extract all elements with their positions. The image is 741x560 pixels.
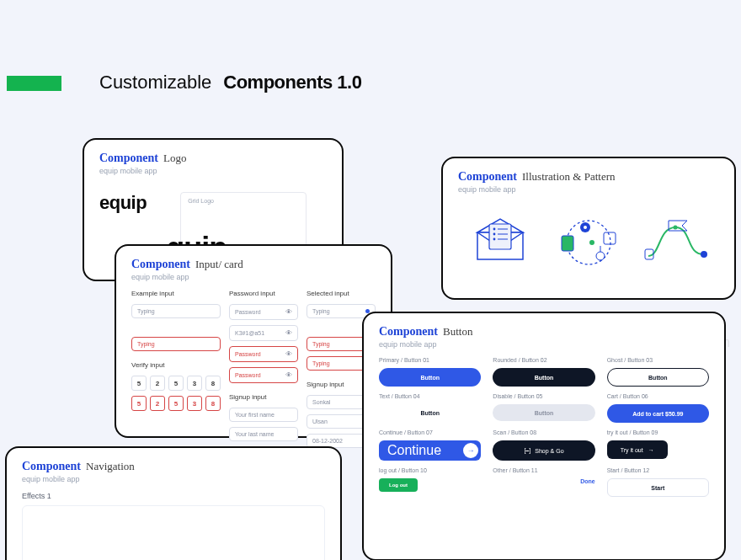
app-label: equip mobile app (22, 475, 325, 483)
svg-point-12 (584, 226, 587, 229)
component-label: Component (99, 152, 158, 165)
ghost-button[interactable]: Button (607, 368, 709, 387)
input-password-1[interactable]: Password👁 (229, 304, 298, 320)
scan-button[interactable]: [‒] Shop & Go (493, 440, 594, 461)
page-title: Customizable Components 1.0 (99, 72, 361, 93)
col-title-example: Example input (131, 290, 221, 297)
verify-row-2[interactable]: 5 2 5 3 8 (131, 396, 221, 411)
input-password-2[interactable]: K3#1@a51👁 (229, 325, 298, 341)
arrow-right-icon: → (648, 447, 654, 453)
verify-row-1[interactable]: 5 2 5 3 8 (131, 376, 221, 391)
signup-title: Signup input (229, 393, 298, 401)
component-label: Component (131, 258, 190, 271)
svg-point-18 (674, 226, 678, 230)
btn-title-01: Primary / Button 01 (379, 357, 481, 363)
try-button[interactable]: Try it out → (607, 440, 668, 459)
verify-title: Verify input (131, 361, 221, 369)
logout-button[interactable]: Log out (379, 478, 418, 492)
app-label: equip mobile app (99, 167, 327, 175)
signup-f1[interactable]: Your first name (229, 408, 298, 422)
col-title-password: Password input (229, 290, 298, 297)
btn-title-12: Start / Button 12 (607, 467, 709, 473)
svg-point-17 (701, 251, 707, 258)
eye-icon[interactable]: 👁 (285, 371, 292, 379)
effects-box (22, 505, 325, 560)
btn-title-05: Disable / Button 05 (493, 393, 594, 399)
svg-point-5 (493, 233, 496, 236)
illustration-path (638, 207, 716, 275)
svg-rect-10 (562, 236, 573, 251)
logo-grid-label: Grid Logo (188, 198, 214, 204)
accent-bar (7, 76, 61, 91)
component-label: Component (458, 170, 517, 184)
btn-title-11: Other / Button 11 (493, 467, 594, 473)
btn-title-08: Scan / Button 08 (493, 429, 594, 435)
cart-button[interactable]: Add to cart $50.99 (607, 404, 709, 423)
panel-subtitle: Logo (163, 152, 186, 165)
illustration-envelope (461, 207, 539, 275)
eye-icon[interactable]: 👁 (285, 329, 292, 337)
continue-button[interactable]: Continue → (379, 440, 481, 461)
panel-navigation: Component Navigation equip mobile app Ef… (5, 446, 342, 560)
svg-point-3 (493, 228, 496, 231)
text-button[interactable]: Button (379, 404, 481, 421)
app-label: equip mobile app (131, 273, 376, 281)
btn-title-04: Text / Button 04 (379, 393, 481, 399)
panel-subtitle: Navigation (86, 460, 135, 473)
input-example-1[interactable]: Typing (131, 304, 221, 318)
rounded-button[interactable]: Button (493, 368, 594, 387)
input-example-err[interactable]: Typing (131, 337, 221, 351)
eye-icon[interactable]: 👁 (285, 350, 292, 358)
eye-icon[interactable]: 👁 (285, 308, 292, 316)
app-label: equip mobile app (458, 185, 719, 194)
panel-input: Component Input/ card equip mobile app E… (115, 244, 392, 438)
col-title-selected: Selected input (307, 290, 376, 297)
btn-title-07: Continue / Button 07 (379, 429, 481, 435)
title-bold: Components 1.0 (223, 72, 361, 93)
input-password-3[interactable]: Password👁 (229, 346, 298, 362)
app-label: equip mobile app (379, 340, 709, 349)
title-light: Customizable (99, 72, 211, 93)
primary-button[interactable]: Button (379, 368, 481, 387)
scan-icon: [‒] (524, 447, 530, 454)
btn-title-06: Cart / Button 06 (607, 393, 709, 399)
component-label: Component (379, 325, 438, 339)
disabled-button: Button (493, 404, 594, 421)
start-button[interactable]: Start (607, 478, 709, 497)
btn-title-03: Ghost / Button 03 (607, 357, 709, 363)
done-link[interactable]: Done (493, 478, 594, 484)
panel-subtitle: Button (443, 325, 472, 339)
btn-title-09: try it out / Button 09 (607, 429, 709, 435)
effects-label: Effects 1 (22, 492, 325, 500)
illustration-delivery (550, 207, 627, 275)
svg-point-13 (596, 252, 605, 260)
svg-point-7 (493, 238, 496, 241)
btn-title-02: Rounded / Button 02 (493, 357, 594, 363)
arrow-right-icon: → (463, 443, 478, 458)
btn-title-10: log out / Button 10 (379, 467, 481, 473)
input-password-4[interactable]: Password👁 (229, 367, 298, 383)
svg-point-15 (589, 240, 594, 245)
signup-f2[interactable]: Your last name (229, 427, 298, 441)
component-label: Component (22, 460, 81, 473)
panel-illustration: Component Illustration & Pattern equip m… (441, 157, 736, 300)
svg-rect-2 (489, 224, 511, 249)
panel-subtitle: Input/ card (195, 258, 243, 271)
panel-button: Component Button equip mobile app Primar… (362, 312, 726, 560)
panel-subtitle: Illustration & Pattern (522, 170, 615, 184)
